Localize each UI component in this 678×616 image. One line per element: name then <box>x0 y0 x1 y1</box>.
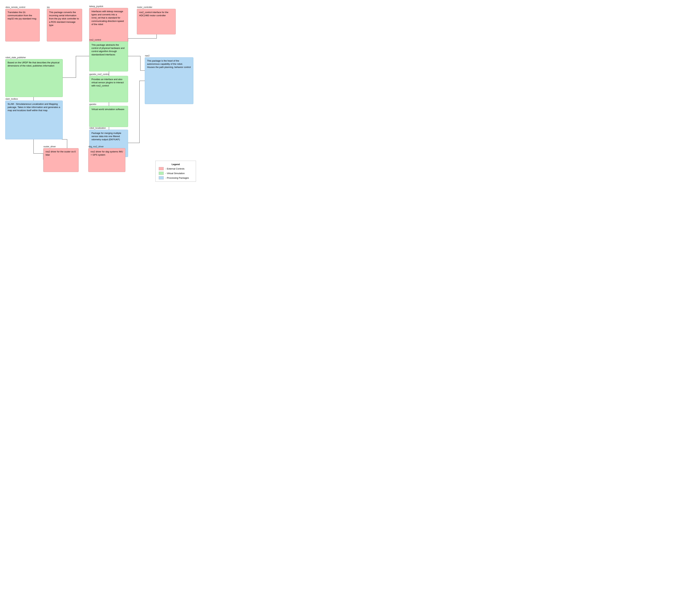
legend-label-blue: - Processing Packages <box>165 176 189 179</box>
card-ros2-control: ros2_control This package abstracts the … <box>89 41 128 72</box>
pkg-desc-joy: This package converts the incoming seria… <box>47 9 82 41</box>
pkg-desc-xbox: Translates the i2c communication from th… <box>5 9 40 41</box>
pkg-label-sbg: sbg_ros2_driver <box>88 145 104 149</box>
pkg-desc-ouster: ros2 driver for the ouster os-0 lidar <box>43 148 78 172</box>
card-motor-controller: motor_controller ros2_control interface … <box>137 9 176 34</box>
pkg-desc-sbg: ros2 driver for sbg systems IMU + GPS sy… <box>88 148 125 172</box>
card-teleop-joystick: teleop_joystick Interfaces with teleop m… <box>89 8 128 43</box>
legend-swatch-pink <box>159 167 164 170</box>
pkg-label-nav2: nav2 <box>145 54 150 58</box>
legend-row-blue: - Processing Packages <box>159 176 193 179</box>
pkg-label-motor: motor_controller <box>137 6 152 9</box>
pkg-label-joy: joy <box>47 6 50 9</box>
card-gazebo: gazebo Virtual world simulation software <box>89 106 128 127</box>
pkg-desc-ros2control: This package abstracts the control of ph… <box>89 42 128 71</box>
card-sbg-driver: sbg_ros2_driver ros2 driver for sbg syst… <box>88 148 125 172</box>
card-robot-state-publisher: robot_state_publisher Based on the URDF … <box>5 59 63 97</box>
card-xbox-remote-control: xbox_remote_control Translates the i2c c… <box>5 9 40 41</box>
legend-label-green: - Virtual Simulation <box>165 172 185 175</box>
pkg-desc-nav2: This package is the heart of the autonom… <box>145 57 193 104</box>
pkg-desc-teleop: Interfaces with teleop message types and… <box>89 8 128 43</box>
pkg-label-xbox: xbox_remote_control <box>5 6 25 9</box>
pkg-desc-slam: SLAM - Simulataneous Localization and Ma… <box>5 101 63 139</box>
pkg-label-teleop: teleop_joystick <box>89 5 103 8</box>
legend-swatch-green <box>159 172 164 175</box>
pkg-desc-motor: ros2_control interface for the HDC2460 m… <box>137 9 176 34</box>
legend: Legend - External Controls - Virtual Sim… <box>155 161 196 182</box>
pkg-label-ouster: ouster_driver <box>43 145 56 149</box>
pkg-desc-gazebo: Virtual world simulation software <box>89 106 128 127</box>
pkg-label-grc: gazebo_ros2_control <box>89 73 109 76</box>
card-joy: joy This package converts the incoming s… <box>47 9 82 41</box>
pkg-label-slam: slam_toolbox <box>5 97 18 101</box>
pkg-desc-rsp: Based on the URDF file that describes th… <box>5 59 63 97</box>
pkg-desc-grc: Provides an interface and also virtual s… <box>89 76 128 102</box>
pkg-label-ros2control: ros2_control <box>89 38 101 42</box>
pkg-label-rl: robot_localization <box>89 127 106 130</box>
legend-row-pink: - External Controls <box>159 167 193 170</box>
card-slam-toolbox: slam_toolbox SLAM - Simulataneous Locali… <box>5 100 63 139</box>
card-ouster-driver: ouster_driver ros2 driver for the ouster… <box>43 148 79 172</box>
pkg-label-gazebo: gazebo <box>89 103 96 106</box>
legend-swatch-blue <box>159 176 164 179</box>
legend-label-pink: - External Controls <box>165 167 185 170</box>
legend-row-green: - Virtual Simulation <box>159 172 193 175</box>
legend-title: Legend <box>159 163 193 166</box>
card-gazebo-ros2-control: gazebo_ros2_control Provides an interfac… <box>89 76 128 102</box>
card-nav2: nav2 This package is the heart of the au… <box>145 57 193 104</box>
diagram-container: xbox_remote_control Translates the i2c c… <box>0 0 201 187</box>
pkg-label-rsp: robot_state_publisher <box>5 56 26 59</box>
